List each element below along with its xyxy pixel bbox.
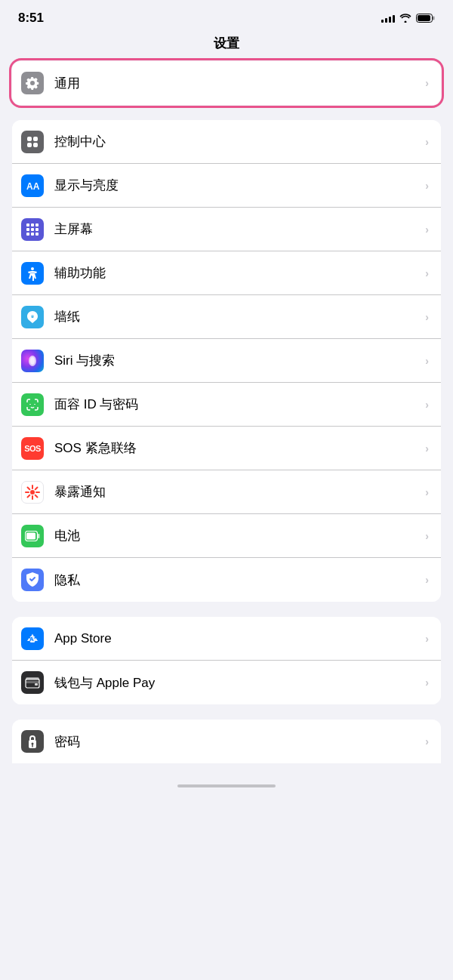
svg-line-25 — [28, 487, 30, 489]
exposure-label: 暴露通知 — [54, 483, 425, 501]
settings-row-display[interactable]: AA 显示与亮度 › — [12, 164, 441, 208]
settings-row-wallpaper[interactable]: 墙纸 › — [12, 295, 441, 339]
settings-row-siri[interactable]: Siri 与搜索 › — [12, 339, 441, 383]
svg-rect-8 — [26, 223, 29, 227]
svg-rect-31 — [26, 532, 35, 539]
general-chevron: › — [425, 77, 429, 89]
wallpaper-icon — [21, 306, 44, 328]
svg-rect-4 — [33, 137, 38, 141]
svg-rect-14 — [26, 233, 29, 236]
home-screen-icon — [21, 218, 44, 241]
home-screen-label: 主屏幕 — [54, 220, 425, 238]
svg-rect-6 — [33, 143, 38, 147]
privacy-chevron: › — [425, 574, 429, 586]
password-icon — [21, 730, 44, 753]
settings-row-password[interactable]: 密码 › — [12, 720, 441, 763]
svg-line-27 — [35, 487, 38, 489]
svg-rect-16 — [35, 233, 39, 236]
face-id-icon — [21, 393, 44, 416]
wifi-icon — [399, 14, 411, 23]
svg-rect-15 — [31, 233, 34, 236]
status-bar: 8:51 — [0, 0, 453, 32]
svg-rect-5 — [27, 143, 32, 147]
status-icons — [381, 14, 435, 23]
control-center-chevron: › — [425, 136, 429, 148]
appstore-chevron: › — [425, 633, 429, 645]
settings-row-home-screen[interactable]: 主屏幕 › — [12, 208, 441, 251]
settings-row-appstore[interactable]: A App Store › — [12, 617, 441, 661]
settings-row-control-center[interactable]: 控制中心 › — [12, 120, 441, 164]
settings-row-accessibility[interactable]: 辅助功能 › — [12, 251, 441, 295]
siri-chevron: › — [425, 355, 429, 367]
svg-rect-1 — [433, 17, 435, 20]
svg-rect-11 — [26, 228, 29, 231]
wallpaper-label: 墙纸 — [54, 308, 425, 325]
privacy-label: 隐私 — [54, 572, 425, 589]
wallpaper-chevron: › — [425, 311, 429, 323]
svg-text:AA: AA — [26, 181, 40, 192]
svg-rect-3 — [27, 137, 32, 141]
svg-rect-34 — [26, 681, 39, 683]
svg-point-20 — [30, 490, 35, 495]
main-settings-section: 控制中心 › AA 显示与亮度 › 主屏幕 › — [12, 120, 441, 602]
privacy-icon — [21, 569, 44, 591]
store-section: A App Store › 钱包与 Apple Pay › — [12, 617, 441, 704]
exposure-icon — [21, 481, 44, 504]
display-icon: AA — [21, 174, 44, 197]
svg-rect-12 — [31, 228, 34, 231]
svg-point-19 — [30, 357, 35, 365]
svg-rect-30 — [38, 534, 40, 538]
svg-line-26 — [35, 495, 38, 497]
svg-rect-9 — [31, 223, 34, 227]
general-section: 通用 › — [12, 61, 441, 105]
display-label: 显示与亮度 — [54, 177, 425, 194]
battery-label: 电池 — [54, 527, 425, 544]
control-center-icon — [21, 131, 44, 153]
face-id-label: 面容 ID 与密码 — [54, 396, 425, 413]
appstore-label: App Store — [54, 631, 425, 646]
accessibility-label: 辅助功能 — [54, 264, 425, 282]
sos-icon: SOS — [21, 437, 44, 460]
wallet-chevron: › — [425, 676, 429, 689]
accessibility-chevron: › — [425, 267, 429, 279]
siri-icon — [21, 350, 44, 372]
password-chevron: › — [425, 735, 429, 747]
home-screen-chevron: › — [425, 223, 429, 236]
settings-row-face-id[interactable]: 面容 ID 与密码 › — [12, 383, 441, 427]
sos-label: SOS 紧急联络 — [54, 439, 425, 457]
settings-row-general[interactable]: 通用 › — [12, 61, 441, 105]
svg-rect-10 — [35, 223, 39, 227]
accessibility-icon — [21, 262, 44, 285]
control-center-label: 控制中心 — [54, 133, 425, 150]
face-id-chevron: › — [425, 399, 429, 411]
appstore-icon: A — [21, 627, 44, 650]
battery-chevron: › — [425, 530, 429, 542]
settings-row-wallet[interactable]: 钱包与 Apple Pay › — [12, 661, 441, 704]
svg-text:A: A — [29, 636, 34, 643]
svg-line-28 — [28, 495, 30, 497]
status-time: 8:51 — [18, 11, 44, 26]
svg-point-17 — [31, 267, 34, 270]
battery-icon — [21, 525, 44, 547]
settings-row-sos[interactable]: SOS SOS 紧急联络 › — [12, 427, 441, 470]
battery-status-icon — [416, 14, 435, 23]
siri-label: Siri 与搜索 — [54, 352, 425, 369]
svg-rect-35 — [35, 683, 38, 686]
sos-chevron: › — [425, 442, 429, 455]
exposure-chevron: › — [425, 486, 429, 498]
wallet-label: 钱包与 Apple Pay — [54, 674, 425, 692]
settings-row-battery[interactable]: 电池 › — [12, 514, 441, 558]
display-chevron: › — [425, 180, 429, 192]
home-indicator — [177, 784, 276, 787]
svg-rect-2 — [418, 15, 430, 21]
general-icon — [21, 72, 44, 94]
wallet-icon — [21, 671, 44, 694]
settings-row-privacy[interactable]: 隐私 › — [12, 558, 441, 602]
svg-rect-13 — [35, 228, 39, 231]
signal-icon — [381, 14, 395, 23]
password-section: 密码 › — [12, 720, 441, 763]
password-label: 密码 — [54, 733, 425, 750]
general-label: 通用 — [54, 75, 425, 92]
settings-row-exposure[interactable]: 暴露通知 › — [12, 470, 441, 514]
page-title: 设置 — [0, 32, 453, 61]
